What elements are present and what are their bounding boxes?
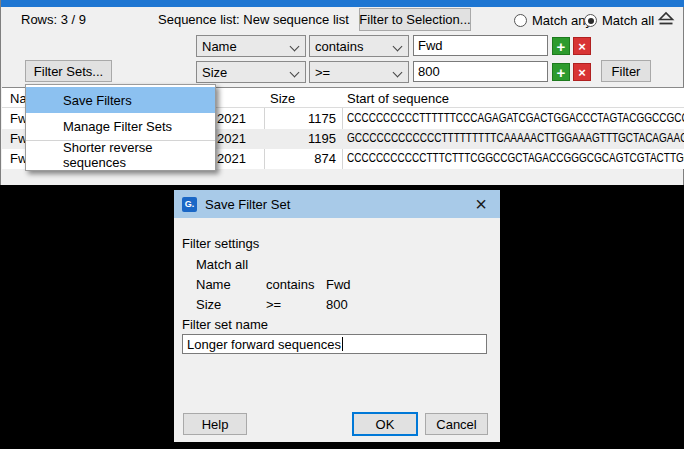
filter-field-select-2[interactable]: Size: [196, 61, 306, 83]
match-any-radio[interactable]: [514, 14, 527, 27]
filter-field-select-1[interactable]: Name: [196, 35, 306, 57]
criterion-field: Size: [196, 297, 221, 312]
close-icon[interactable]: ×: [466, 190, 496, 218]
filter-operator-select-1[interactable]: contains: [309, 35, 409, 57]
filter-settings-label: Filter settings: [182, 236, 259, 251]
row-sequence: CCCCCCCCCCTTTTTTCCCAGAGATCGACTGGACCCTAGT…: [347, 111, 684, 125]
dialog-title: Save Filter Set: [205, 197, 290, 212]
chevron-down-icon: [290, 68, 300, 78]
rows-count-label: Rows: 3 / 9: [21, 12, 86, 27]
filter-value-input-1[interactable]: [413, 35, 548, 56]
screen: Rows: 3 / 9 Sequence list: New sequence …: [0, 0, 684, 449]
filter-field-value-1: Name: [202, 39, 237, 54]
save-filter-set-dialog: G. Save Filter Set × Filter settings Mat…: [174, 190, 500, 442]
ok-button[interactable]: OK: [352, 412, 418, 436]
chevron-down-icon: [393, 68, 403, 78]
filter-set-name-value: Longer forward sequences: [187, 337, 341, 352]
menu-item-save-filters[interactable]: Save Filters: [26, 87, 215, 113]
filter-sets-menu: Save Filters Manage Filter Sets Shorter …: [25, 84, 216, 171]
add-filter-row-button[interactable]: +: [552, 37, 570, 55]
filter-operator-value-1: contains: [315, 39, 363, 54]
match-mode-label: Match all: [196, 257, 248, 272]
match-any-label: Match any: [532, 13, 592, 28]
match-all-radio[interactable]: [584, 14, 597, 27]
filter-value-input-2[interactable]: [413, 61, 548, 82]
filter-field-value-2: Size: [202, 65, 227, 80]
criterion-value: Fwd: [326, 277, 351, 292]
row-date-fragment: 2021: [217, 151, 246, 166]
cancel-button[interactable]: Cancel: [425, 413, 488, 435]
criterion-operator: >=: [266, 297, 281, 312]
row-sequence-wrap: CCCCCCCCCCTTTTTTCCCAGAGATCGACTGGACCCTAGT…: [346, 109, 684, 129]
row-size: 874: [265, 151, 340, 166]
row-date-fragment: 2021: [217, 111, 246, 126]
filter-to-selection-button[interactable]: Filter to Selection...: [359, 8, 471, 31]
window-accent-bar: [1, 0, 684, 7]
filter-button[interactable]: Filter: [601, 60, 651, 82]
text-caret: [342, 337, 343, 351]
criterion-operator: contains: [266, 277, 314, 292]
chevron-down-icon: [290, 42, 300, 52]
filter-sets-button[interactable]: Filter Sets...: [25, 60, 112, 82]
remove-filter-row-button[interactable]: ×: [573, 63, 591, 81]
filter-operator-value-2: >=: [315, 65, 330, 80]
match-all-label: Match all: [602, 13, 654, 28]
criterion-field: Name: [196, 277, 231, 292]
menu-item-shorter-reverse-sequences[interactable]: Shorter reverse sequences: [26, 142, 215, 168]
criterion-value: 800: [326, 297, 348, 312]
row-size: 1195: [265, 131, 340, 146]
help-button[interactable]: Help: [183, 413, 247, 435]
chevron-down-icon: [393, 42, 403, 52]
column-header-size[interactable]: Size: [270, 91, 295, 106]
row-sequence: CCCCCCCCCCCTTTCTTTCGGCCGCTAGACCGGGCGCAGT…: [347, 151, 684, 165]
filter-operator-select-2[interactable]: >=: [309, 61, 409, 83]
dialog-titlebar: G. Save Filter Set ×: [174, 190, 500, 218]
add-filter-row-button[interactable]: +: [552, 63, 570, 81]
filter-set-name-label: Filter set name: [182, 317, 268, 332]
remove-filter-row-button[interactable]: ×: [573, 37, 591, 55]
menu-item-manage-filter-sets[interactable]: Manage Filter Sets: [26, 113, 215, 139]
row-date-fragment: 2021: [217, 131, 246, 146]
row-sequence: GCCCCCCCCCCCCTTTTTTTTTCAAAAACTTGGAAAGTTT…: [347, 131, 684, 145]
app-icon: G.: [182, 197, 197, 212]
filter-set-name-input[interactable]: Longer forward sequences: [182, 334, 487, 354]
column-header-start-of-sequence[interactable]: Start of sequence: [347, 91, 449, 106]
sequence-list-label: Sequence list: New sequence list: [158, 12, 349, 27]
collapse-panel-icon[interactable]: [656, 10, 676, 28]
row-sequence-wrap: GCCCCCCCCCCCCTTTTTTTTTCAAAAACTTGGAAAGTTT…: [346, 129, 684, 149]
row-size: 1175: [265, 111, 340, 126]
row-sequence-wrap: CCCCCCCCCCCTTTCTTTCGGCCGCTAGACCGGGCGCAGT…: [346, 149, 684, 169]
